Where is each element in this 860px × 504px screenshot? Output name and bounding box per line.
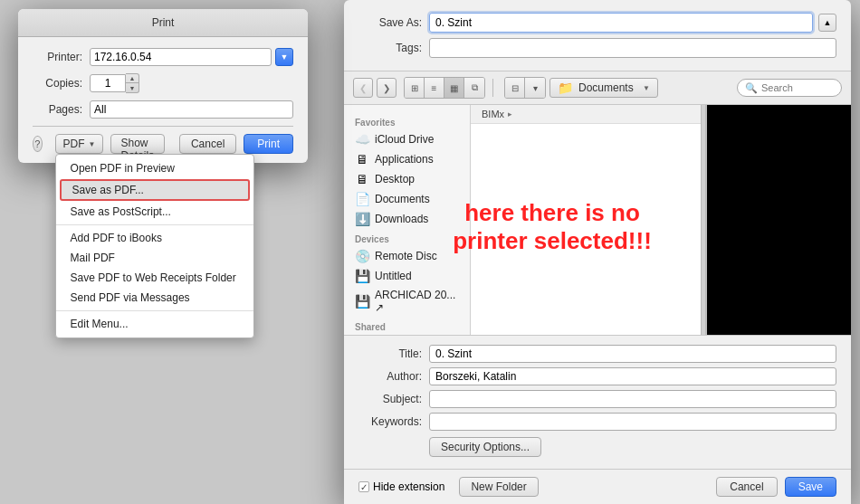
- sidebar-item-documents[interactable]: 📄 Documents: [344, 189, 470, 209]
- forward-btn[interactable]: ❯: [377, 78, 397, 98]
- pdf-btn[interactable]: PDF ▼: [55, 134, 104, 154]
- file-list-header: BIMx ▸: [471, 105, 701, 124]
- sidebar: Favorites ☁️ iCloud Drive 🖥 Applications…: [344, 105, 471, 335]
- pdf-arrow-icon: ▼: [89, 140, 96, 148]
- pdf-menu: Open PDF in Preview Save as PDF... Save …: [55, 154, 254, 338]
- sidebar-item-untitled[interactable]: 💾 Untitled: [344, 266, 470, 286]
- sort-arrow-icon: ▸: [508, 109, 512, 119]
- print-dialog-title: Print: [18, 9, 308, 37]
- title-input[interactable]: [429, 345, 836, 363]
- hide-extension-label: Hide extension: [373, 480, 444, 493]
- sidebar-icloud-label: iCloud Drive: [375, 133, 434, 146]
- location-text: Documents: [578, 81, 634, 94]
- archicad-icon: 💾: [355, 294, 369, 309]
- sidebar-item-downloads[interactable]: ⬇️ Downloads: [344, 209, 470, 229]
- sidebar-applications-label: Applications: [375, 153, 434, 166]
- preview-area: [706, 105, 851, 335]
- title-label: Title:: [358, 347, 422, 360]
- copies-down-btn[interactable]: ▼: [126, 83, 139, 92]
- desktop-icon: 🖥: [355, 172, 369, 186]
- icloud-icon: ☁️: [355, 132, 369, 147]
- show-details-btn[interactable]: Show Details: [110, 134, 164, 154]
- sidebar-desktop-label: Desktop: [375, 173, 415, 185]
- printer-input[interactable]: [90, 48, 272, 66]
- documents-icon: 📄: [355, 192, 369, 206]
- pdf-menu-item-save-pdf[interactable]: Save as PDF...: [60, 179, 250, 201]
- arrange-buttons: ⊟ ▾: [504, 77, 546, 99]
- pdf-label: PDF: [63, 138, 85, 150]
- subject-input[interactable]: [429, 390, 836, 408]
- arrange-arrow-btn[interactable]: ▾: [525, 78, 545, 98]
- sidebar-remote-disc-label: Remote Disc: [375, 250, 437, 262]
- sidebar-item-applications[interactable]: 🖥 Applications: [344, 149, 470, 169]
- icon-view-btn[interactable]: ⊞: [405, 78, 425, 98]
- sidebar-archicad-label: ARCHICAD 20... ↗: [375, 289, 459, 314]
- print-print-btn[interactable]: Print: [244, 134, 293, 154]
- keywords-input[interactable]: [429, 413, 836, 431]
- sidebar-item-icloud[interactable]: ☁️ iCloud Drive: [344, 129, 470, 149]
- hide-extension-wrap: ✓ Hide extension: [358, 480, 444, 493]
- copies-up-btn[interactable]: ▲: [126, 74, 139, 83]
- folder-icon: 📁: [558, 81, 573, 95]
- printer-dropdown-btn[interactable]: ▼: [275, 48, 293, 66]
- downloads-icon: ⬇️: [355, 212, 369, 226]
- expand-btn[interactable]: ▲: [818, 14, 836, 32]
- print-cancel-btn[interactable]: Cancel: [179, 134, 236, 154]
- help-btn[interactable]: ?: [33, 136, 43, 152]
- save-bottom-fields: Title: Author: Subject: Keywords: Securi…: [344, 335, 851, 469]
- author-label: Author:: [358, 370, 422, 383]
- pdf-menu-item-save-postscript[interactable]: Save as PostScript...: [56, 202, 253, 222]
- pdf-menu-item-mail-pdf[interactable]: Mail PDF: [56, 248, 253, 268]
- pdf-menu-item-web-receipts[interactable]: Save PDF to Web Receipts Folder: [56, 268, 253, 288]
- sidebar-item-archicad[interactable]: 💾 ARCHICAD 20... ↗: [344, 286, 470, 317]
- list-view-btn[interactable]: ≡: [425, 78, 444, 98]
- file-list-header-name: BIMx: [482, 109, 504, 119]
- printer-label: Printer:: [33, 51, 82, 63]
- pdf-menu-item-edit-menu[interactable]: Edit Menu...: [56, 314, 253, 334]
- sidebar-downloads-label: Downloads: [375, 213, 428, 225]
- security-options-btn[interactable]: Security Options...: [429, 437, 541, 457]
- location-arrow-icon: ▼: [643, 84, 650, 92]
- keywords-label: Keywords:: [358, 415, 422, 428]
- shared-label: Shared: [344, 317, 470, 334]
- applications-icon: 🖥: [355, 152, 369, 166]
- copies-input[interactable]: [90, 74, 126, 92]
- view-buttons: ⊞ ≡ ▦ ⧉: [404, 77, 485, 99]
- pages-select[interactable]: All: [90, 100, 293, 119]
- devices-label: Devices: [344, 229, 470, 246]
- save-dialog: Save As: ▲ Tags: ❮ ❯ ⊞ ≡ ▦ ⧉ ⊟ ▾ 📁 Docum…: [344, 0, 851, 504]
- sidebar-item-desktop[interactable]: 🖥 Desktop: [344, 169, 470, 189]
- search-input[interactable]: [761, 82, 834, 93]
- save-save-btn[interactable]: Save: [785, 477, 836, 497]
- sidebar-untitled-label: Untitled: [375, 270, 412, 282]
- print-dialog: Print Printer: ▼ Copies: ▲ ▼ Pages:: [18, 9, 308, 163]
- new-folder-btn[interactable]: New Folder: [459, 477, 538, 497]
- file-toolbar: ❮ ❯ ⊞ ≡ ▦ ⧉ ⊟ ▾ 📁 Documents ▼ 🔍: [344, 71, 851, 105]
- back-btn[interactable]: ❮: [353, 78, 373, 98]
- search-box[interactable]: 🔍: [737, 79, 842, 97]
- file-content: BIMx ▸: [471, 105, 701, 335]
- sidebar-item-remote-disc[interactable]: 💿 Remote Disc: [344, 246, 470, 266]
- author-input[interactable]: [429, 367, 836, 385]
- favorites-label: Favorites: [344, 112, 470, 129]
- tags-label: Tags:: [358, 42, 422, 54]
- coverflow-view-btn[interactable]: ⧉: [464, 78, 484, 98]
- location-select[interactable]: 📁 Documents ▼: [549, 78, 658, 98]
- pdf-menu-item-open-preview[interactable]: Open PDF in Preview: [56, 158, 253, 178]
- remote-disc-icon: 💿: [355, 249, 369, 263]
- arrange-btn[interactable]: ⊟: [505, 78, 525, 98]
- save-as-label: Save As:: [358, 16, 422, 29]
- tags-input[interactable]: [429, 38, 836, 58]
- subject-label: Subject:: [358, 393, 422, 405]
- save-main: Favorites ☁️ iCloud Drive 🖥 Applications…: [344, 105, 851, 335]
- copies-label: Copies:: [33, 77, 82, 90]
- hide-extension-checkbox[interactable]: ✓: [358, 481, 369, 492]
- pdf-menu-item-via-messages[interactable]: Send PDF via Messages: [56, 288, 253, 308]
- pdf-menu-item-add-ibooks[interactable]: Add PDF to iBooks: [56, 228, 253, 248]
- untitled-icon: 💾: [355, 269, 369, 283]
- save-cancel-btn[interactable]: Cancel: [716, 477, 777, 497]
- search-icon: 🔍: [745, 82, 758, 94]
- column-view-btn[interactable]: ▦: [444, 78, 464, 98]
- save-as-input[interactable]: [429, 13, 813, 33]
- sidebar-documents-label: Documents: [375, 193, 430, 205]
